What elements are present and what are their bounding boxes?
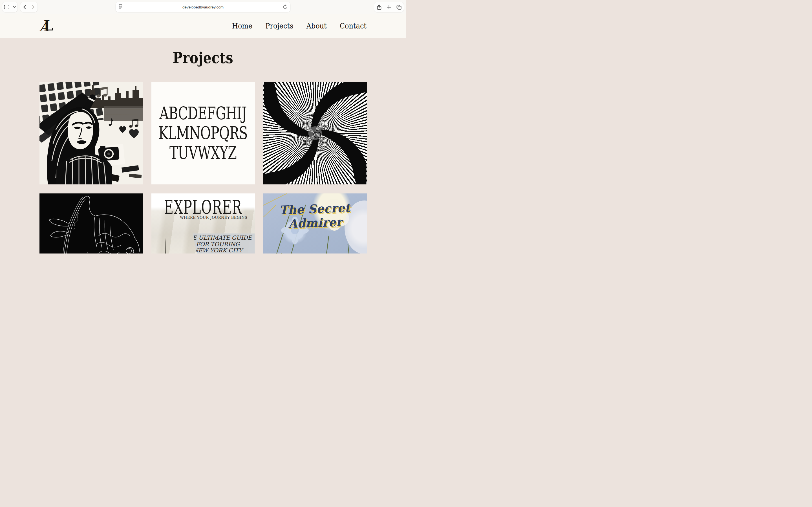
- forward-chevron-icon: [32, 5, 35, 9]
- tab-overview-button[interactable]: [394, 2, 404, 12]
- new-tab-button[interactable]: [384, 2, 394, 12]
- chevron-down-icon: [13, 6, 16, 8]
- project-tile-collage[interactable]: [40, 82, 143, 184]
- explorer-banner-line: THE ULTIMATE GUIDE: [181, 235, 255, 241]
- nav-item-about[interactable]: About: [306, 21, 327, 30]
- secret-admirer-title: The Secret Admirer: [263, 200, 367, 231]
- share-icon: [377, 4, 382, 10]
- project-tile-explorer-cover[interactable]: EXPLORER WHERE YOUR JOURNEY BEGINS THE U…: [152, 193, 255, 253]
- sidebar-toggle-button[interactable]: [2, 2, 11, 12]
- toolbar-actions-group: [374, 2, 404, 12]
- sidebar-group: [2, 2, 17, 12]
- projects-grid: ABCDEFGHIJ KLMNOPQRS TUVWXYZ: [40, 82, 367, 253]
- header-inner: A L Home Projects About Contact: [40, 14, 366, 38]
- reload-icon: [283, 4, 288, 9]
- plus-icon: [387, 5, 391, 9]
- alphabet-specimen: ABCDEFGHIJ KLMNOPQRS TUVWXYZ: [159, 104, 247, 163]
- alphabet-line: KLMNOPQRS: [159, 123, 247, 143]
- nav-item-home[interactable]: Home: [232, 21, 252, 30]
- alphabet-line: TUVWXYZ: [159, 143, 247, 163]
- site-header: A L Home Projects About Contact: [0, 14, 406, 38]
- logo-letter-l: L: [44, 18, 53, 34]
- project-tile-alphabet-typeface[interactable]: ABCDEFGHIJ KLMNOPQRS TUVWXYZ: [152, 82, 255, 184]
- forward-button[interactable]: [29, 2, 38, 12]
- page-format-button[interactable]: [118, 4, 123, 11]
- alphabet-line: ABCDEFGHIJ: [159, 104, 247, 123]
- main-nav: Home Projects About Contact: [232, 22, 366, 30]
- explorer-banner-line: FOR TOURING: [181, 241, 255, 247]
- history-nav-group: [20, 2, 38, 12]
- nav-item-projects[interactable]: Projects: [265, 21, 293, 30]
- main-content: Projects: [0, 50, 406, 253]
- explorer-banner-line: NEW YORK CITY: [181, 247, 255, 253]
- site-logo[interactable]: A L: [40, 17, 58, 35]
- url-bar[interactable]: developedbyaudrey.com: [116, 2, 290, 12]
- nav-item-contact[interactable]: Contact: [340, 21, 366, 30]
- reload-button[interactable]: [283, 4, 288, 10]
- spiral-artwork-illustration: [263, 82, 367, 184]
- project-tile-secret-admirer[interactable]: The Secret Admirer: [263, 193, 367, 253]
- wire-sculpture-illustration: [40, 193, 143, 253]
- share-button[interactable]: [374, 2, 384, 12]
- sidebar-icon: [4, 5, 9, 9]
- url-text: developedbyaudrey.com: [182, 5, 224, 9]
- tabs-icon: [396, 5, 402, 10]
- back-button[interactable]: [20, 2, 29, 12]
- explorer-banner: THE ULTIMATE GUIDE FOR TOURING NEW YORK …: [181, 233, 255, 253]
- back-chevron-icon: [23, 5, 26, 9]
- project-tile-wire-sculpture[interactable]: [40, 193, 143, 253]
- skyline-spire: [164, 238, 167, 253]
- collage-artwork-illustration: [40, 82, 143, 184]
- page-title: Projects: [0, 49, 406, 67]
- sidebar-chevron-button[interactable]: [11, 2, 17, 12]
- project-tile-opart-spiral[interactable]: [263, 82, 367, 184]
- page-format-icon: [118, 4, 123, 10]
- browser-toolbar: developedbyaudrey.com: [0, 0, 406, 14]
- explorer-tagline: WHERE YOUR JOURNEY BEGINS: [180, 215, 247, 220]
- explorer-title: EXPLORER: [152, 196, 255, 218]
